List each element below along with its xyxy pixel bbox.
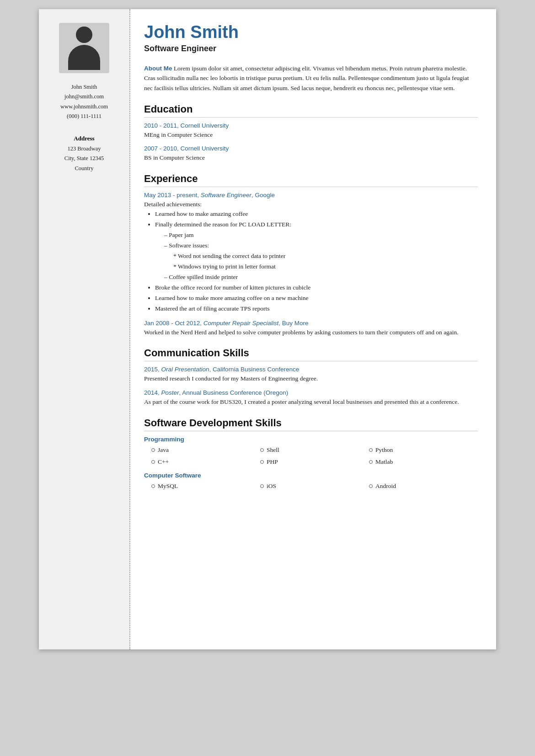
skill-circle-icon (260, 484, 264, 488)
comm-desc-0: Presented research I conducted for my Ma… (144, 374, 478, 384)
sub-bullet-list: Paper jam Software issues: Word not send… (155, 230, 478, 283)
experience-desc-1: Worked in the Nerd Herd and helped to so… (144, 327, 478, 338)
sub-sub-bullet-list: Word not sending the correct data to pri… (164, 251, 478, 272)
sidebar-address: 123 Broadway City, State 12345 Country (64, 144, 104, 173)
communication-skills-section: Communication Skills 2015, Oral Presenta… (144, 347, 478, 407)
education-entry-0: 2010 - 2011, Cornell University MEng in … (144, 122, 478, 140)
sub-bullet-item: Coffee spilled inside printer (164, 272, 478, 283)
experience-section: Experience May 2013 - present, Software … (144, 173, 478, 338)
resume-page: John Smith john@smith.com www.johnsmith.… (39, 9, 496, 649)
comm-title-1: 2014, Poster, Annual Business Conference… (144, 389, 478, 396)
education-title-1: 2007 - 2010, Cornell University (144, 145, 478, 152)
sidebar-address-label: Address (74, 135, 94, 142)
comm-entry-0: 2015, Oral Presentation, California Busi… (144, 366, 478, 384)
programming-skills-grid: Java Shell Python C++ PHP Matlab (144, 445, 478, 468)
software-skills-heading: Software Development Skills (144, 417, 478, 431)
programming-category: Programming Java Shell Python C++ PHP Ma… (144, 436, 478, 468)
experience-heading: Experience (144, 173, 478, 187)
education-entry-1: 2007 - 2010, Cornell University BS in Co… (144, 145, 478, 163)
computer-software-skills-grid: MySQL iOS Android (144, 481, 478, 492)
avatar (59, 23, 109, 73)
skill-android: Android (369, 481, 478, 492)
skill-matlab: Matlab (369, 456, 478, 467)
sidebar-address-line2: City, State 12345 (64, 154, 104, 163)
sub-sub-bullet-item: Word not sending the correct data to pri… (173, 251, 478, 262)
skill-cpp: C++ (151, 456, 260, 467)
communication-skills-heading: Communication Skills (144, 347, 478, 361)
about-me-label: About Me (144, 65, 172, 72)
computer-software-category: Computer Software MySQL iOS Android (144, 472, 478, 492)
sidebar-website: www.johnsmith.com (60, 102, 108, 112)
experience-intro-0: Detailed achievements: (144, 199, 478, 209)
skill-shell: Shell (260, 445, 369, 456)
programming-label: Programming (144, 436, 478, 443)
skill-circle-icon (151, 484, 155, 488)
skill-java: Java (151, 445, 260, 456)
comm-entry-1: 2014, Poster, Annual Business Conference… (144, 389, 478, 407)
avatar-figure (68, 27, 100, 70)
sidebar-phone: (000) 111-1111 (60, 112, 108, 121)
sub-bullet-item: Software issues: Word not sending the co… (164, 241, 478, 272)
skill-ios: iOS (260, 481, 369, 492)
computer-software-label: Computer Software (144, 472, 478, 479)
skill-mysql: MySQL (151, 481, 260, 492)
sub-bullet-item: Paper jam (164, 230, 478, 241)
skill-circle-icon (369, 484, 373, 488)
software-skills-section: Software Development Skills Programming … (144, 417, 478, 492)
sub-sub-bullet-item: Windows trying to print in letter format (173, 262, 478, 272)
skill-circle-icon (260, 460, 264, 464)
skill-circle-icon (151, 460, 155, 464)
sidebar-contact-info: John Smith john@smith.com www.johnsmith.… (60, 82, 108, 121)
about-me-section: About Me Lorem ipsum dolor sit amet, con… (144, 64, 478, 93)
avatar-head (76, 27, 92, 43)
skill-circle-icon (151, 448, 155, 452)
main-content: John Smith Software Engineer About Me Lo… (130, 9, 496, 649)
experience-title-0: May 2013 - present, Software Engineer, G… (144, 192, 478, 198)
bullet-item: Broke the office record for number of ki… (155, 283, 478, 293)
about-me-text: Lorem ipsum dolor sit amet, consectetur … (144, 65, 469, 91)
sidebar: John Smith john@smith.com www.johnsmith.… (39, 9, 130, 649)
comm-title-0: 2015, Oral Presentation, California Busi… (144, 366, 478, 373)
bullet-item: Learned how to make amazing coffee (155, 209, 478, 220)
education-title-0: 2010 - 2011, Cornell University (144, 122, 478, 129)
experience-title-1: Jan 2008 - Oct 2012, Computer Repair Spe… (144, 320, 478, 327)
skill-php: PHP (260, 456, 369, 467)
avatar-body (68, 45, 100, 70)
comm-desc-1: As part of the course work for BUS320, I… (144, 397, 478, 407)
education-heading: Education (144, 103, 478, 118)
header-section: John Smith Software Engineer (144, 23, 478, 54)
education-desc-0: MEng in Computer Science (144, 130, 478, 140)
skill-circle-icon (369, 448, 373, 452)
full-name: John Smith (144, 23, 478, 42)
job-title: Software Engineer (144, 44, 478, 54)
bullet-item: Finally determined the reason for PC LOA… (155, 220, 478, 283)
about-me-paragraph: About Me Lorem ipsum dolor sit amet, con… (144, 64, 478, 93)
bullet-item: Mastered the art of filing accurate TPS … (155, 304, 478, 314)
experience-entry-0: May 2013 - present, Software Engineer, G… (144, 192, 478, 314)
bullet-item: Learned how to make more amazing coffee … (155, 293, 478, 304)
education-desc-1: BS in Computer Science (144, 153, 478, 163)
sidebar-name: John Smith (60, 82, 108, 92)
skill-circle-icon (369, 460, 373, 464)
experience-entry-1: Jan 2008 - Oct 2012, Computer Repair Spe… (144, 320, 478, 338)
skill-circle-icon (260, 448, 264, 452)
education-section: Education 2010 - 2011, Cornell Universit… (144, 103, 478, 163)
sidebar-address-line3: Country (64, 164, 104, 173)
sidebar-address-line1: 123 Broadway (64, 144, 104, 154)
skill-python: Python (369, 445, 478, 456)
sidebar-email: john@smith.com (60, 92, 108, 102)
experience-bullet-list-0: Learned how to make amazing coffee Final… (144, 209, 478, 314)
